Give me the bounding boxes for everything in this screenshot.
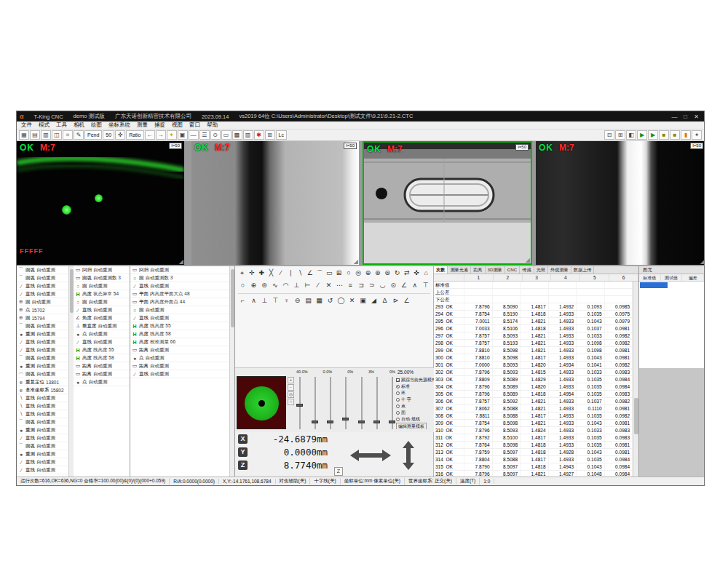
radio-icon[interactable] [396,398,400,402]
tool-icon[interactable]: ⇄ [403,268,411,278]
measure-item[interactable]: ▭距离自动重测 [130,362,234,370]
ratio-dropdown[interactable]: Ratio [126,130,143,140]
tool-icon[interactable]: ∠ [306,268,314,278]
light-slider[interactable] [373,377,380,429]
table-row[interactable]: 308 OK7.88118.50881.48171.49330.10350.09… [434,412,633,420]
slider-thumb[interactable] [327,420,333,423]
tool-icon[interactable]: ✕ [347,296,357,306]
tool-icon[interactable]: ○ [238,281,248,290]
table-row[interactable]: 312 OK7.87648.50981.48181.49330.10350.09… [434,442,633,449]
measure-item[interactable]: ∕直线自动重测 [17,466,73,474]
measure-item[interactable]: e重复定位13801 [17,378,73,386]
menu-item-测量[interactable]: 测量 [137,121,148,129]
table-row[interactable]: 标准值 [434,282,633,289]
scroll-thumb[interactable] [634,398,638,434]
joystick-icon[interactable]: ✜ [115,130,125,140]
edit-template-button[interactable]: 编辑测量模板 [396,423,427,429]
measure-item[interactable]: ○圆自动重测 [74,282,130,290]
measure-item[interactable]: ●点自动重测 [74,330,130,338]
measure-item[interactable]: ⌒圆弧自动重测 [17,442,73,450]
measure-item[interactable]: H高度状态异常 54 [74,290,130,298]
table-row[interactable]: 294 OK7.87548.51901.48181.49330.10350.09… [434,311,633,318]
light-ring-control[interactable] [237,376,286,429]
slider-thumb[interactable] [389,420,395,423]
light-option[interactable]: 跟踪当前光源模式 [396,377,434,383]
measure-item[interactable]: ∠角度自动重测 [74,314,130,322]
light-slider[interactable] [327,377,333,429]
results-tab-9[interactable]: 数据上传 [571,266,595,274]
list-icon[interactable]: ☰ [199,130,210,140]
table-row[interactable]: 下公差 [434,296,633,303]
grid2-icon[interactable]: ⊞ [265,130,275,140]
speed-dropdown[interactable]: 50 [103,130,114,140]
table-row[interactable]: 297 OK7.87578.50931.48211.49330.10330.09… [434,332,633,340]
folder-icon[interactable]: ⊞ [615,130,625,140]
tool-icon[interactable]: ✛ [248,268,256,278]
lc-button[interactable]: Lc [276,130,287,140]
checkbox-icon[interactable] [396,378,400,382]
tool-icon[interactable]: ⌐ [238,296,248,306]
menu-item-文件[interactable]: 文件 [21,121,32,129]
light-option[interactable]: 点 [396,403,434,410]
results-tab-2[interactable]: 测量元素 [448,266,471,274]
tool-icon[interactable]: ⊕ [249,281,258,290]
measure-item[interactable]: ⊕圆自动重测 [17,298,73,306]
scroll-thumb[interactable] [70,269,74,313]
light-option[interactable]: 编辑测量模板 [396,423,434,429]
tool-icon[interactable]: ⊢ [303,281,312,290]
measure-item[interactable]: ∕直线自动重测 [17,434,73,442]
table-row[interactable]: 296 OK7.00338.51061.48181.49330.10370.09… [434,325,633,332]
table-row[interactable]: 299 OK7.88108.50981.48211.49330.10980.09… [434,347,633,354]
light-slider[interactable] [342,377,349,429]
light-slider[interactable] [358,377,365,429]
tool-icon[interactable]: ▭ [325,268,333,278]
radio-icon[interactable] [396,411,400,415]
tool-icon[interactable]: ⊜ [260,281,269,290]
tool-icon[interactable]: ⋯ [335,281,344,290]
star-icon[interactable]: ✱ [254,130,264,140]
measure-item[interactable]: ▭回归自动重测 [130,266,234,274]
tab-element[interactable]: 图元 [639,266,704,274]
tool-icon[interactable]: ♀ [282,296,291,306]
settings-icon[interactable]: ✦ [692,130,702,140]
measure-item[interactable]: H高度线高度 58 [130,330,234,338]
menu-item-绘图[interactable]: 绘图 [91,121,102,129]
table-row[interactable]: 300 OK7.88108.50981.48171.49330.10430.09… [434,354,633,362]
table-row[interactable]: 293 OK7.87968.50901.48171.49320.10930.09… [434,303,633,311]
table-row[interactable]: 314 OK7.88048.50881.48171.49330.10350.09… [434,456,633,463]
measure-item[interactable]: ⊥垂直度自动重测 [74,322,130,330]
table-row[interactable]: 298 OK7.87578.51931.48211.49330.10980.09… [434,340,633,347]
light-option[interactable]: 十 字 [396,396,434,403]
camera-view-2[interactable]: OK M:7 I=50 ◢ [191,141,359,265]
table-row[interactable]: 310 OK7.87968.50931.48241.49330.10330.09… [434,427,633,434]
measure-item[interactable]: ∕直线自动重测 [17,290,73,298]
tool-icon[interactable]: ⌒ [315,268,323,278]
measure-item[interactable]: ∖直线自动重测 [17,394,73,402]
radio-icon[interactable] [396,391,400,395]
slider-thumb[interactable] [342,418,349,420]
pattern-icon[interactable]: ▩ [232,130,242,140]
tool-icon[interactable]: ▤ [304,296,313,306]
menu-item-相机[interactable]: 相机 [74,121,84,129]
tool-icon[interactable]: ⊤ [271,296,280,306]
table-row[interactable]: 311 OK7.87928.51001.48171.49330.10350.09… [434,434,633,442]
resize-handle-icon[interactable]: ◢ [526,258,530,263]
tool-icon[interactable]: ∧ [249,296,258,306]
results-tab-3[interactable]: 距离 [471,266,485,274]
tool-icon[interactable]: ⊐ [357,281,366,290]
light-plus-button[interactable]: + [288,377,294,383]
measure-item[interactable]: ▭圆弧自动重测数 3 [74,274,130,282]
results-tab-8[interactable]: 外观测量 [548,266,571,274]
tool-icon[interactable]: ∕ [277,268,285,278]
tool-icon[interactable]: ∠ [402,296,411,306]
tool-icon[interactable]: ⊙ [389,281,398,290]
lamp-icon[interactable]: ✦ [167,130,177,140]
tool-icon[interactable]: ≡ [346,281,355,290]
table-row[interactable]: 309 OK7.87548.50981.48211.49330.10430.09… [434,420,633,427]
menu-item-视图[interactable]: 视图 [172,121,183,129]
light-option[interactable]: 标准 [396,383,434,390]
tool-icon[interactable]: ○ [344,268,352,278]
measure-item[interactable]: H高度校准测量 66 [130,338,234,346]
stop-button[interactable]: ■ [670,130,680,140]
measure-item[interactable]: ∕直线自动重测 [17,338,73,346]
